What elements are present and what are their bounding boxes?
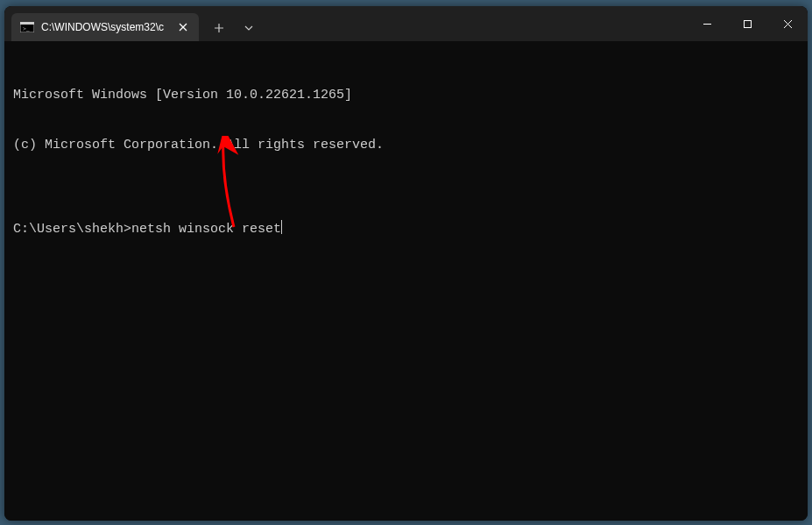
tab-cmd[interactable]: >_ C:\WINDOWS\system32\cn: [11, 13, 199, 41]
command-input[interactable]: netsh winsock reset: [131, 222, 281, 237]
tab-close-button[interactable]: [174, 18, 192, 36]
terminal-body[interactable]: Microsoft Windows [Version 10.0.22621.12…: [4, 41, 808, 521]
tab-title: C:\WINDOWS\system32\cn: [41, 21, 164, 33]
output-line: (c) Microsoft Corporation. All rights re…: [13, 137, 799, 153]
cmd-icon: >_: [20, 20, 34, 34]
svg-rect-8: [744, 20, 751, 27]
window-controls: [687, 6, 808, 41]
tab-strip: >_ C:\WINDOWS\system32\cn: [4, 6, 687, 41]
titlebar: >_ C:\WINDOWS\system32\cn: [4, 6, 808, 41]
svg-text:>_: >_: [23, 25, 30, 32]
new-tab-button[interactable]: [206, 15, 232, 41]
close-button[interactable]: [767, 10, 808, 38]
svg-rect-1: [20, 22, 34, 25]
cursor-icon: [281, 220, 282, 234]
prompt-path: C:\Users\shekh>: [13, 222, 131, 237]
output-line: Microsoft Windows [Version 10.0.22621.12…: [13, 87, 799, 103]
maximize-button[interactable]: [727, 10, 767, 38]
tab-actions: [199, 15, 258, 41]
minimize-button[interactable]: [687, 10, 727, 38]
terminal-window: >_ C:\WINDOWS\system32\cn: [4, 6, 808, 521]
tab-dropdown-button[interactable]: [239, 15, 258, 41]
prompt-line: C:\Users\shekh>netsh winsock reset: [13, 220, 799, 238]
